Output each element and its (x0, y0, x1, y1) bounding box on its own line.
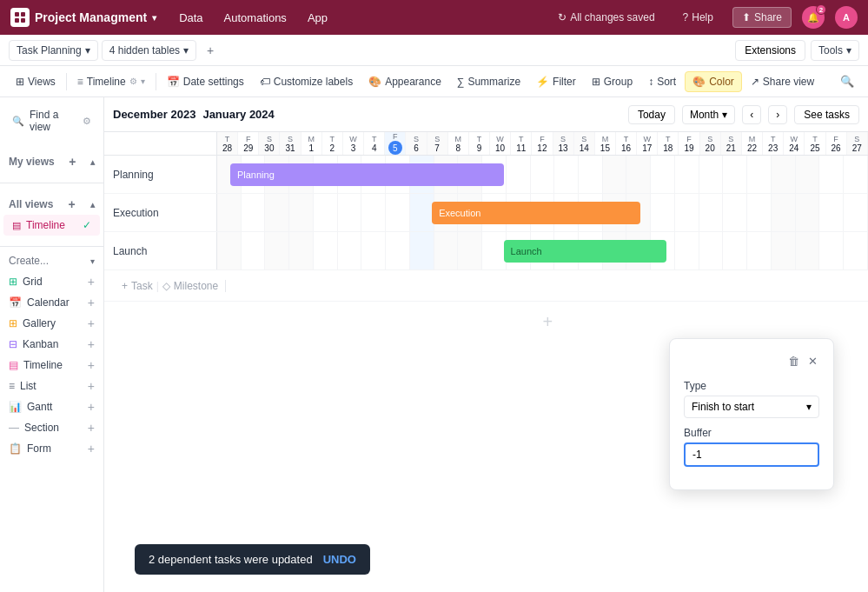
popup-buffer-input[interactable] (684, 442, 819, 467)
form-plus-icon[interactable]: + (88, 442, 95, 456)
extensions-button[interactable]: Extensions (735, 40, 805, 61)
collapse-icon[interactable]: ▴ (90, 157, 95, 167)
create-timeline[interactable]: ▤ Timeline + (0, 355, 103, 376)
toast-undo-button[interactable]: UNDO (323, 553, 356, 566)
views-toggle-button[interactable]: ⊞ Views (9, 72, 63, 91)
row-label-launch: Launch (104, 232, 217, 269)
tools-button[interactable]: Tools ▾ (811, 40, 859, 61)
bar-planning[interactable]: Planning (230, 163, 504, 186)
see-tasks-button[interactable]: See tasks (794, 105, 859, 124)
create-form[interactable]: 📋 Form + (0, 438, 103, 459)
row-label-planning: Planning (104, 156, 217, 193)
app-name: Project Managment (35, 10, 147, 24)
add-table-button[interactable]: + (200, 40, 221, 61)
section-plus-icon[interactable]: + (88, 421, 95, 435)
create-list[interactable]: ≡ List + (0, 376, 103, 396)
popup-close-button[interactable]: ✕ (806, 353, 819, 369)
prev-arrow[interactable]: ‹ (742, 105, 761, 124)
date-jan-8: M8 (448, 132, 469, 155)
toast: 2 dependent tasks were updated UNDO (135, 544, 370, 575)
share-view-btn[interactable]: ↗ Share view (744, 72, 821, 91)
date-jan-16: T16 (616, 132, 637, 155)
find-view-btn[interactable]: 🔍 Find a view ⚙ (3, 104, 100, 137)
month-select[interactable]: Month ▾ (682, 105, 735, 124)
timeline-settings-icon[interactable]: ⚙ (129, 76, 137, 86)
nav-automations[interactable]: Automations (215, 8, 295, 28)
today-button[interactable]: Today (628, 105, 675, 124)
dates-header: T28 F29 S30 S31 M1 T2 W3 T4 F5 S6 S7 M8 … (217, 132, 868, 155)
calendar-plus-icon[interactable]: + (88, 296, 95, 309)
color-btn[interactable]: 🎨 Color (685, 71, 742, 92)
list-plus-icon[interactable]: + (88, 379, 95, 393)
app-dropdown-icon[interactable]: ▾ (152, 13, 156, 23)
sidebar: 🔍 Find a view ⚙ My views + ▴ All views +… (0, 97, 104, 592)
date-settings-btn[interactable]: 📅 Date settings (160, 72, 251, 91)
bar-launch[interactable]: Launch (504, 240, 666, 263)
create-kanban[interactable]: ⊟ Kanban + (0, 334, 103, 355)
search-button[interactable]: 🔍 (835, 70, 859, 94)
timeline-label: Timeline (87, 76, 126, 88)
date-range-dec: December 2023 (113, 108, 195, 121)
appearance-btn[interactable]: 🎨 Appearance (361, 72, 448, 91)
gantt-body: Planning Planning (104, 156, 868, 592)
nav-right: ↻ All changes saved ? Help ⬆ Share 🔔 2 A (549, 6, 858, 29)
gallery-plus-icon[interactable]: + (88, 316, 95, 330)
timeline-toolbar-left: December 2023 January 2024 (113, 108, 275, 121)
add-task-button[interactable]: + Task (122, 280, 153, 292)
sort-btn[interactable]: ↕ Sort (641, 72, 683, 91)
create-grid[interactable]: ⊞ Grid + (0, 271, 103, 292)
row-label-header (104, 132, 217, 155)
date-jan-2: T2 (322, 132, 343, 155)
date-dec-29: F29 (238, 132, 259, 155)
help-button[interactable]: ? Help (674, 8, 722, 27)
create-gallery[interactable]: ⊞ Gallery + (0, 313, 103, 334)
plus-center-button[interactable]: + (543, 312, 553, 332)
task-planning-button[interactable]: Task Planning ▾ (9, 40, 98, 61)
sync-icon: ↻ (558, 11, 567, 23)
date-jan-11: T11 (511, 132, 532, 155)
add-milestone-button[interactable]: ◇ Milestone (162, 280, 218, 292)
add-all-view-icon[interactable]: + (69, 197, 76, 211)
avatar[interactable]: A (835, 6, 858, 29)
timeline-create-icon: ▤ (9, 359, 18, 371)
timeline-view-btn[interactable]: ≡ Timeline ⚙ ▾ (70, 72, 152, 91)
popup-delete-button[interactable]: 🗑 (786, 353, 801, 369)
popup-buffer-field: Buffer (684, 427, 819, 467)
create-gantt[interactable]: 📊 Gantt + (0, 396, 103, 417)
filter-btn[interactable]: ⚡ Filter (529, 72, 583, 91)
create-dropdown-icon: ▾ (90, 256, 95, 266)
group-btn[interactable]: ⊞ Group (585, 72, 639, 91)
kanban-icon: ⊟ (9, 338, 17, 350)
kanban-plus-icon[interactable]: + (88, 337, 95, 351)
add-view-icon[interactable]: + (69, 155, 76, 169)
date-range-jan: January 2024 (202, 108, 274, 121)
nav-app[interactable]: App (299, 8, 336, 28)
nav-data[interactable]: Data (170, 8, 211, 28)
sidebar-item-timeline[interactable]: ▤ Timeline ✓ (3, 215, 100, 236)
next-arrow[interactable]: › (768, 105, 787, 124)
create-section[interactable]: — Section + (0, 417, 103, 438)
views-icon: ⊞ (16, 76, 24, 88)
share-button[interactable]: ⬆ Share (732, 7, 792, 28)
create-section-header[interactable]: Create... ▾ (0, 250, 103, 271)
summarize-btn[interactable]: ∑ Summarize (450, 72, 527, 91)
all-views-section: All views + ▴ ▤ Timeline ✓ (0, 187, 103, 243)
bar-execution[interactable]: Execution (432, 202, 640, 224)
collapse-all-icon[interactable]: ▴ (90, 200, 95, 210)
date-dec-28: T28 (217, 132, 238, 155)
timeline-icon: ≡ (77, 76, 83, 88)
timeline-plus-icon[interactable]: + (88, 358, 95, 372)
hidden-tables-button[interactable]: 4 hidden tables ▾ (102, 40, 196, 61)
search-icon: 🔍 (840, 75, 854, 88)
popup-type-select[interactable]: Finish to start ▾ (684, 396, 819, 418)
date-header-row: T28 F29 S30 S31 M1 T2 W3 T4 F5 S6 S7 M8 … (104, 132, 868, 156)
gantt-plus-icon[interactable]: + (88, 400, 95, 414)
grid-plus-icon[interactable]: + (88, 275, 95, 289)
customize-labels-btn[interactable]: 🏷 Customize labels (253, 72, 360, 91)
create-calendar[interactable]: 📅 Calendar + (0, 292, 103, 313)
timeline-dropdown-icon[interactable]: ▾ (141, 76, 145, 86)
settings-icon[interactable]: ⚙ (83, 116, 91, 127)
date-jan-26: F26 (826, 132, 847, 155)
notification-button[interactable]: 🔔 2 (802, 6, 825, 29)
sidebar-find: 🔍 Find a view ⚙ (0, 97, 103, 144)
